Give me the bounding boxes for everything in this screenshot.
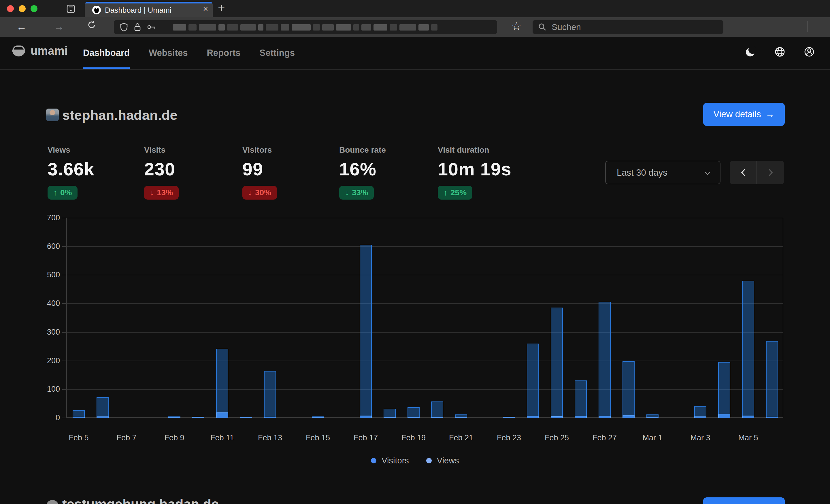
arrow-down-icon: ↓ — [248, 188, 252, 197]
new-tab-button[interactable]: + — [218, 1, 225, 15]
visitors-bar[interactable] — [360, 415, 372, 418]
views-bar[interactable] — [264, 371, 276, 418]
y-tick — [62, 246, 66, 247]
metric-change-value: 13% — [157, 188, 173, 197]
visitors-bar[interactable] — [216, 412, 228, 418]
language-globe-icon[interactable] — [774, 46, 786, 58]
legend-item-views[interactable]: Views — [426, 456, 459, 465]
x-tick-label: Feb 27 — [582, 433, 628, 442]
visitors-bar[interactable] — [551, 416, 563, 418]
shield-icon — [120, 23, 128, 32]
metric-change-badge: ↓33% — [339, 186, 374, 200]
search-input[interactable] — [552, 20, 713, 34]
reload-button[interactable] — [87, 20, 101, 30]
url-redacted — [173, 24, 438, 31]
visitors-bar[interactable] — [599, 416, 611, 418]
views-bar[interactable] — [599, 302, 611, 418]
metric-change-value: 30% — [255, 188, 271, 197]
search-icon — [538, 23, 546, 31]
visitors-bar[interactable] — [408, 417, 420, 418]
bookmark-star-icon[interactable]: ☆ — [510, 20, 523, 33]
lock-icon — [133, 23, 141, 32]
chevron-right-icon — [767, 168, 774, 177]
visitors-bar[interactable] — [97, 416, 109, 418]
visitors-bar[interactable] — [527, 416, 539, 418]
nav-item-dashboard[interactable]: Dashboard — [83, 37, 130, 69]
nav-item-settings[interactable]: Settings — [260, 37, 295, 69]
back-button[interactable]: ← — [15, 21, 29, 33]
visitors-bar[interactable] — [503, 417, 515, 418]
visitors-bar[interactable] — [622, 415, 635, 418]
views-bar[interactable] — [384, 409, 396, 418]
search-bar[interactable] — [533, 20, 723, 34]
visitors-bar[interactable] — [73, 417, 85, 418]
views-bar[interactable] — [742, 281, 754, 418]
visitors-bar[interactable] — [575, 416, 587, 418]
visitors-bar[interactable] — [431, 417, 443, 418]
visitors-bar[interactable] — [646, 417, 659, 418]
legend-item-visitors[interactable]: Visitors — [371, 456, 409, 465]
visitors-bar[interactable] — [264, 417, 276, 418]
prev-period-button[interactable] — [730, 161, 757, 184]
views-bar[interactable] — [694, 406, 706, 418]
x-tick-label: Feb 25 — [534, 433, 580, 442]
y-tick-label: 600 — [35, 242, 60, 251]
y-tick-label: 500 — [35, 270, 60, 279]
visitors-bar[interactable] — [694, 416, 706, 418]
views-bar[interactable] — [408, 407, 420, 418]
y-tick — [62, 361, 66, 361]
date-range-select[interactable]: Last 30 days — [605, 161, 721, 184]
tab-close-icon[interactable]: × — [203, 4, 208, 14]
visitors-bar[interactable] — [766, 417, 778, 418]
visitors-bar[interactable] — [312, 417, 324, 418]
address-bar[interactable] — [114, 20, 497, 34]
visitors-bar[interactable] — [240, 417, 252, 418]
y-tick — [62, 389, 66, 390]
chevron-down-icon — [703, 169, 712, 177]
gridline — [67, 389, 783, 390]
x-tick-label: Feb 13 — [247, 433, 293, 442]
theme-toggle-moon-icon[interactable] — [745, 46, 756, 58]
views-bar[interactable] — [216, 349, 228, 418]
window-close-button[interactable] — [7, 5, 14, 12]
views-bar[interactable] — [718, 362, 730, 418]
views-bar[interactable] — [360, 245, 372, 418]
views-bar[interactable] — [431, 401, 443, 418]
gridline — [67, 361, 783, 361]
profile-icon[interactable] — [803, 46, 815, 58]
views-bar[interactable] — [575, 380, 587, 418]
gridline — [67, 246, 783, 247]
views-bar[interactable] — [527, 344, 539, 418]
forward-button[interactable]: → — [52, 21, 66, 33]
y-tick-label: 400 — [35, 299, 60, 308]
metric-visitors: Visitors99↓30% — [243, 145, 334, 200]
visitors-bar[interactable] — [742, 415, 754, 418]
visitors-bar[interactable] — [718, 414, 730, 418]
visitors-bar[interactable] — [192, 417, 204, 418]
views-bar[interactable] — [766, 341, 778, 418]
window-zoom-button[interactable] — [31, 5, 37, 12]
views-bar[interactable] — [97, 397, 109, 418]
metric-value: 3.66k — [47, 159, 140, 179]
next-view-details-button[interactable] — [703, 497, 785, 504]
site-favicon — [46, 108, 59, 121]
sidebar-toggle-icon[interactable] — [66, 4, 76, 14]
main-nav: DashboardWebsitesReportsSettings — [83, 37, 295, 69]
browser-tab[interactable]: Dashboard | Umami × — [85, 2, 213, 17]
tab-title: Dashboard | Umami — [105, 2, 171, 17]
nav-item-reports[interactable]: Reports — [206, 37, 241, 69]
y-tick-label: 0 — [35, 413, 60, 422]
window-minimize-button[interactable] — [19, 5, 26, 12]
view-details-button[interactable]: View details → — [703, 103, 785, 126]
site-security-icons — [120, 23, 157, 32]
visitors-bar[interactable] — [455, 417, 467, 418]
visitors-bar[interactable] — [384, 417, 396, 418]
metric-change-badge: ↑0% — [47, 186, 77, 200]
next-period-button[interactable] — [757, 161, 784, 184]
views-bar[interactable] — [551, 308, 563, 418]
nav-item-websites[interactable]: Websites — [149, 37, 188, 69]
y-tick — [62, 218, 66, 218]
views-bar[interactable] — [622, 361, 635, 418]
visitors-bar[interactable] — [168, 417, 181, 418]
metric-visit-duration: Visit duration10m 19s↑25% — [438, 145, 530, 200]
